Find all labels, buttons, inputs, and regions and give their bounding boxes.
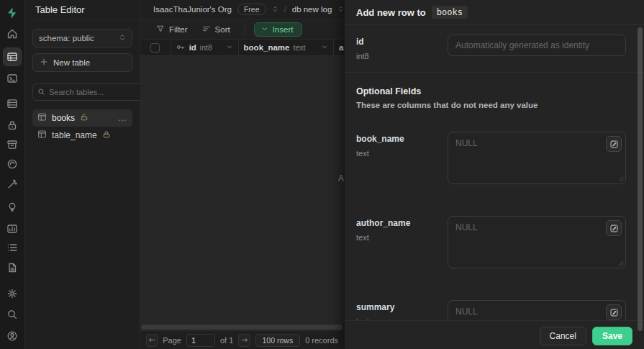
optional-fields-subtitle: These are columns that do not need any v… bbox=[356, 101, 632, 109]
page-count-label: of 1 bbox=[220, 336, 233, 345]
column-header-book-name[interactable]: book_name text bbox=[239, 40, 334, 55]
column-header-author-name[interactable]: author_name bbox=[334, 40, 344, 55]
page-number-input[interactable] bbox=[186, 334, 215, 347]
edge-functions-icon[interactable] bbox=[5, 157, 19, 171]
next-page-button[interactable]: → bbox=[238, 334, 250, 347]
field-type-label: text bbox=[356, 233, 448, 242]
home-icon[interactable] bbox=[5, 27, 19, 41]
grid-main-area: IsaacThaJunior's Org Free / db new log /… bbox=[140, 0, 344, 349]
sort-label: Sort bbox=[215, 25, 230, 34]
table-name-chip: books bbox=[432, 6, 468, 19]
api-docs-icon[interactable] bbox=[5, 260, 19, 275]
insert-button[interactable]: Insert bbox=[254, 22, 303, 37]
logs-icon[interactable] bbox=[5, 240, 19, 255]
expand-editor-button[interactable] bbox=[606, 304, 622, 320]
field-row-summary: summary text bbox=[345, 291, 644, 320]
column-name: author_name bbox=[339, 43, 344, 52]
field-row-author-name: author_name text bbox=[345, 207, 644, 281]
org-name[interactable]: IsaacThaJunior's Org bbox=[153, 5, 232, 14]
new-table-label: New table bbox=[53, 58, 90, 67]
nav-rail bbox=[0, 0, 25, 349]
table-options-menu-button[interactable]: … bbox=[118, 113, 127, 123]
reports-icon[interactable] bbox=[5, 222, 19, 236]
panel-footer: Cancel Save bbox=[345, 320, 644, 349]
filter-label: Filter bbox=[169, 25, 188, 34]
table-list-item-table-name[interactable]: table_name bbox=[32, 127, 132, 144]
plan-badge: Free bbox=[237, 4, 266, 15]
new-table-button[interactable]: New table bbox=[32, 53, 132, 72]
chevron-down-icon[interactable] bbox=[226, 43, 233, 52]
rows-per-page-button[interactable]: 100 rows bbox=[255, 334, 301, 347]
select-all-cell bbox=[140, 40, 171, 55]
clipped-empty-state-text: A bbox=[338, 173, 344, 183]
primary-key-icon bbox=[176, 43, 186, 53]
supabase-logo-icon[interactable] bbox=[5, 6, 19, 20]
resize-handle[interactable] bbox=[617, 172, 624, 185]
optional-fields-title: Optional Fields bbox=[356, 86, 632, 96]
chevron-down-icon[interactable] bbox=[321, 43, 328, 52]
expand-editor-button[interactable] bbox=[606, 136, 622, 152]
filter-button[interactable]: Filter bbox=[150, 22, 194, 37]
table-name-label: books bbox=[52, 113, 75, 123]
sort-lines-icon bbox=[202, 24, 211, 35]
grid-toolbar: Filter Sort Insert bbox=[140, 19, 344, 40]
advisors-icon[interactable] bbox=[5, 200, 19, 214]
sort-button[interactable]: Sort bbox=[196, 22, 236, 37]
column-header-id[interactable]: id int8 bbox=[171, 40, 239, 55]
chevrons-up-down-icon[interactable] bbox=[272, 5, 278, 14]
search-icon[interactable] bbox=[5, 307, 19, 322]
chevrons-up-down-icon bbox=[119, 33, 126, 43]
horizontal-scrollbar[interactable] bbox=[140, 324, 344, 330]
column-type: text bbox=[293, 43, 305, 52]
panel-header: Add new row to books bbox=[345, 0, 644, 25]
insert-label: Insert bbox=[273, 25, 294, 34]
page-title: Table Editor bbox=[25, 0, 140, 19]
column-type: int8 bbox=[200, 43, 212, 52]
expand-editor-button[interactable] bbox=[606, 220, 622, 236]
sql-editor-icon[interactable] bbox=[5, 71, 19, 86]
panel-scrollbar-thumb[interactable] bbox=[638, 27, 643, 331]
pagination-bar: ← Page of 1 → 100 rows 0 records bbox=[140, 330, 344, 349]
settings-icon[interactable] bbox=[5, 286, 19, 301]
unlock-icon bbox=[80, 113, 89, 124]
summary-textarea[interactable] bbox=[448, 300, 626, 320]
table-icon bbox=[37, 130, 47, 141]
select-all-checkbox[interactable] bbox=[150, 43, 160, 53]
previous-page-button[interactable]: ← bbox=[146, 334, 158, 347]
resize-handle[interactable] bbox=[617, 256, 624, 269]
chevron-down-icon bbox=[261, 25, 268, 34]
grid-header-row: id int8 book_name text author_name bbox=[140, 40, 344, 56]
storage-icon[interactable] bbox=[5, 137, 19, 152]
breadcrumb-separator: / bbox=[284, 5, 286, 14]
chevrons-up-down-icon[interactable] bbox=[337, 5, 344, 14]
horizontal-scrollbar-thumb[interactable] bbox=[141, 325, 343, 330]
field-name-label: summary bbox=[356, 302, 448, 312]
funnel-icon bbox=[156, 24, 165, 35]
panel-title: Add new row to bbox=[356, 7, 426, 18]
realtime-icon[interactable] bbox=[5, 177, 19, 191]
field-name-label: author_name bbox=[356, 218, 448, 228]
table-list-item-books[interactable]: books … bbox=[32, 109, 132, 127]
book-name-textarea[interactable] bbox=[448, 132, 626, 184]
panel-content: id int8 Optional Fields These are column… bbox=[345, 25, 644, 320]
account-icon[interactable] bbox=[5, 329, 19, 343]
database-icon[interactable] bbox=[5, 96, 19, 111]
search-icon bbox=[37, 86, 45, 99]
field-type-label: text bbox=[356, 317, 448, 320]
toolbar-divider bbox=[245, 24, 245, 35]
table-name-label: table_name bbox=[52, 130, 97, 140]
column-name: book_name bbox=[244, 43, 290, 52]
search-tables-input[interactable] bbox=[49, 88, 151, 96]
id-input[interactable] bbox=[448, 35, 626, 56]
save-button[interactable]: Save bbox=[592, 327, 632, 345]
column-name: id bbox=[189, 43, 196, 52]
project-name[interactable]: db new log bbox=[292, 5, 332, 14]
grid-body[interactable]: A bbox=[140, 56, 344, 324]
field-name-label: id bbox=[356, 37, 448, 47]
table-editor-icon[interactable] bbox=[3, 47, 22, 66]
cancel-button[interactable]: Cancel bbox=[540, 327, 586, 345]
author-name-textarea[interactable] bbox=[448, 216, 626, 268]
auth-icon[interactable] bbox=[5, 118, 19, 132]
breadcrumb: IsaacThaJunior's Org Free / db new log /… bbox=[140, 0, 344, 19]
schema-select[interactable]: schema: public bbox=[32, 29, 132, 47]
